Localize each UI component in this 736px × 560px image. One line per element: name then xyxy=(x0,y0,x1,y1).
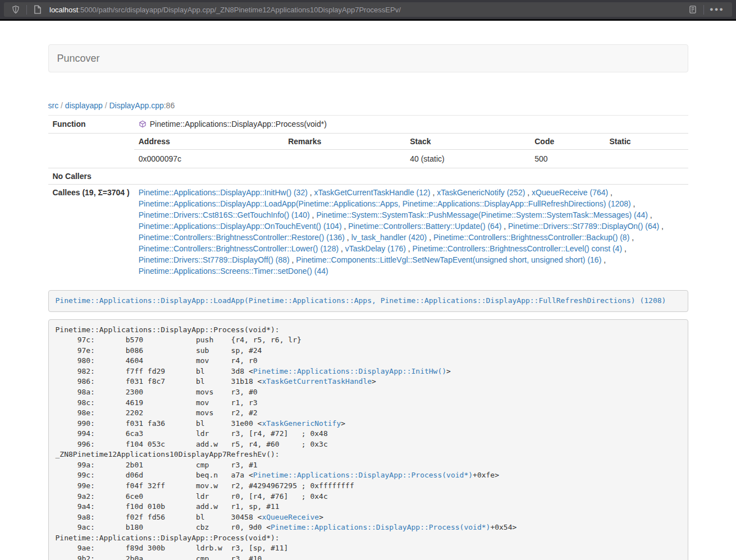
callee-link[interactable]: xQueueReceive (764) xyxy=(532,188,608,197)
callee-link[interactable]: Pinetime::Controllers::BrightnessControl… xyxy=(139,233,345,242)
detail-row: Address Remarks Stack Code Static 0x0000… xyxy=(48,134,688,168)
browser-toolbar: localhost:5000/path/src/displayapp/Displ… xyxy=(0,0,736,19)
urlbar-divider xyxy=(26,5,27,15)
col-header-remarks: Remarks xyxy=(284,134,405,150)
assembly-symbol-link[interactable]: Pinetime::Applications::DisplayApp::Proc… xyxy=(271,523,490,531)
brand-title: Puncover xyxy=(49,44,108,72)
address-value: 0x0000097c xyxy=(134,150,284,168)
no-callers-label: No Callers xyxy=(48,168,134,185)
function-label: Function xyxy=(48,116,134,134)
no-callers-row: No Callers xyxy=(48,168,688,185)
callee-link[interactable]: Pinetime::Drivers::St7789::DisplayOff() … xyxy=(139,255,290,264)
callee-link[interactable]: xTaskGetCurrentTaskHandle (12) xyxy=(314,188,431,197)
callee-link[interactable]: xTaskGenericNotify (252) xyxy=(437,188,525,197)
stack-value: 40 (static) xyxy=(405,150,530,168)
reader-mode-icon[interactable] xyxy=(687,3,699,16)
url-path: :5000/path/src/displayapp/DisplayApp.cpp… xyxy=(78,6,401,14)
callee-link[interactable]: Pinetime::Controllers::BrightnessControl… xyxy=(413,244,622,253)
callee-link[interactable]: Pinetime::Components::LittleVgl::SetNewT… xyxy=(296,255,601,264)
page-icon[interactable] xyxy=(31,3,44,16)
snippet-block: Pinetime::Applications::DisplayApp::Load… xyxy=(48,290,688,312)
assembly-symbol-link[interactable]: xTaskGenericNotify xyxy=(262,419,341,428)
navbar: Puncover xyxy=(48,44,688,72)
col-header-address: Address xyxy=(134,134,284,150)
callee-link[interactable]: Pinetime::Controllers::BrightnessControl… xyxy=(433,233,629,242)
assembly-symbol-link[interactable]: Pinetime::Applications::DisplayApp::Proc… xyxy=(253,471,473,479)
detail-value-row: 0x0000097c 40 (static) 500 xyxy=(134,150,688,168)
detail-header-row: Address Remarks Stack Code Static xyxy=(134,134,688,150)
function-name-wrap: Pinetime::Applications::DisplayApp::Proc… xyxy=(139,118,327,130)
callee-link[interactable]: Pinetime::Controllers::BrightnessControl… xyxy=(139,244,339,253)
col-header-stack: Stack xyxy=(405,134,530,150)
code-value: 500 xyxy=(530,150,605,168)
function-info-table: Function Pinetime::Applications::Display… xyxy=(48,116,688,279)
callees-list: Pinetime::Applications::DisplayApp::Init… xyxy=(134,185,688,279)
callee-link[interactable]: Pinetime::Applications::DisplayApp::Load… xyxy=(139,199,631,208)
remarks-value xyxy=(284,150,405,168)
content-container: Puncover src / displayapp / DisplayApp.c… xyxy=(48,21,688,560)
callees-row: Callees (19, Σ=3704 ) Pinetime::Applicat… xyxy=(48,185,688,279)
function-name: Pinetime::Applications::DisplayApp::Proc… xyxy=(150,118,327,130)
callees-label: Callees (19, Σ=3704 ) xyxy=(48,185,134,279)
callee-link[interactable]: Pinetime::Drivers::Cst816S::GetTouchInfo… xyxy=(139,210,310,219)
breadcrumb: src / displayapp / DisplayApp.cpp:86 xyxy=(48,102,688,110)
breadcrumb-link[interactable]: DisplayApp.cpp xyxy=(109,101,163,110)
divider-rule xyxy=(48,115,688,116)
url-host: localhost xyxy=(49,6,78,14)
breadcrumb-separator: / xyxy=(103,101,109,110)
url-text[interactable]: localhost:5000/path/src/displayapp/Displ… xyxy=(49,6,682,14)
breadcrumb-line-number: :86 xyxy=(164,101,175,110)
col-header-code: Code xyxy=(530,134,605,150)
urlbar-divider-right xyxy=(703,5,704,15)
breadcrumb-link[interactable]: displayapp xyxy=(65,101,103,110)
ellipsis-menu-icon[interactable]: ●●● xyxy=(708,6,726,14)
callee-link[interactable]: Pinetime::Applications::DisplayApp::Init… xyxy=(139,188,308,197)
url-bar[interactable]: localhost:5000/path/src/displayapp/Displ… xyxy=(4,2,732,17)
page: Puncover src / displayapp / DisplayApp.c… xyxy=(0,21,736,560)
shield-icon[interactable] xyxy=(10,3,22,16)
snippet-link[interactable]: Pinetime::Applications::DisplayApp::Load… xyxy=(56,296,666,305)
breadcrumb-separator: / xyxy=(58,101,65,110)
assembly-block: Pinetime::Applications::DisplayApp::Proc… xyxy=(48,319,688,560)
breadcrumb-link[interactable]: src xyxy=(48,101,59,110)
static-value xyxy=(605,150,688,168)
callee-link[interactable]: Pinetime::Applications::DisplayApp::OnTo… xyxy=(139,222,342,231)
callee-link[interactable]: Pinetime::System::SystemTask::PushMessag… xyxy=(316,210,648,219)
callee-link[interactable]: vTaskDelay (176) xyxy=(345,244,406,253)
callee-link[interactable]: lv_task_handler (420) xyxy=(351,233,427,242)
callee-link[interactable]: Pinetime::Applications::Screens::Timer::… xyxy=(139,267,328,276)
assembly-symbol-link[interactable]: Pinetime::Applications::DisplayApp::Init… xyxy=(253,367,446,375)
symbol-cube-icon xyxy=(139,120,147,128)
assembly-symbol-link[interactable]: xTaskGetCurrentTaskHandle xyxy=(262,377,372,385)
callee-link[interactable]: Pinetime::Drivers::St7789::DisplayOn() (… xyxy=(508,222,659,231)
callee-link[interactable]: Pinetime::Controllers::Battery::Update()… xyxy=(348,222,501,231)
function-row: Function Pinetime::Applications::Display… xyxy=(48,116,688,134)
col-header-static: Static xyxy=(605,134,688,150)
assembly-symbol-link[interactable]: xQueueReceive xyxy=(262,513,319,521)
detail-table: Address Remarks Stack Code Static 0x0000… xyxy=(134,134,688,168)
